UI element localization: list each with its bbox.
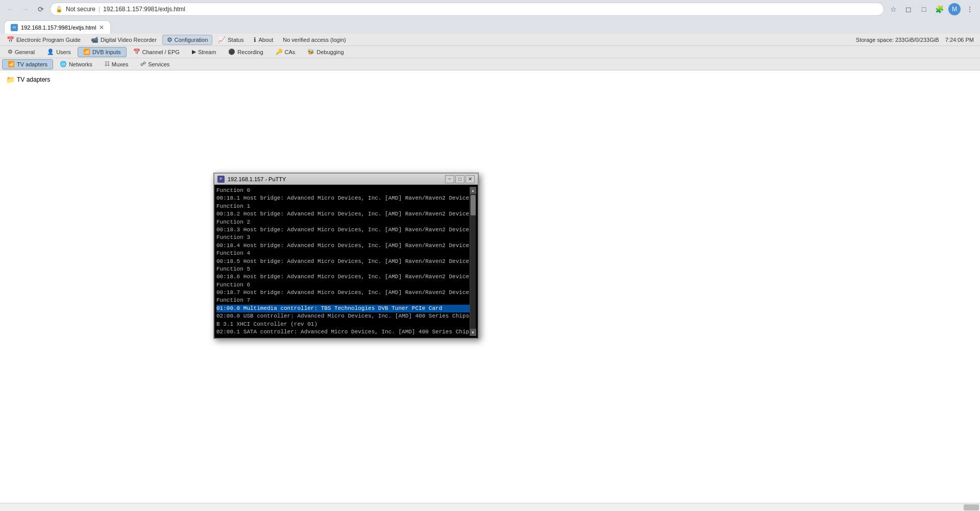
forward-button[interactable]: → [19,3,32,15]
cas-icon: 🔑 [276,48,283,55]
putty-close-button[interactable]: ✕ [465,175,475,183]
nav-debugging[interactable]: 🐝 Debugging [302,47,349,57]
terminal-line: 00:18.4 Host bridge: Advanced Micro Devi… [216,242,470,250]
nav-channel-epg[interactable]: 📅 Channel / EPG [128,47,185,57]
nav-tv-adapters[interactable]: 📶 TV adapters [2,59,53,69]
nav-dvb-inputs[interactable]: 📶 DVB Inputs [78,47,127,57]
putty-window-buttons: − □ ✕ [445,175,475,183]
epg-icon: 📅 [7,36,14,43]
extension-button-2[interactable]: □ [918,3,930,15]
services-icon: ☍ [140,61,146,67]
nav-users[interactable]: 👤 Users [41,47,77,57]
terminal-line: 01:00.0 Multimedia controller: TBS Techn… [216,305,470,312]
terminal-line: 02:00.0 USB controller: Advanced Micro D… [216,312,470,320]
folder-icon: 📁 [6,76,15,84]
terminal-line: Function 2 [216,218,470,226]
status-button[interactable]: 📈 Status [213,35,248,45]
extension-button-1[interactable]: ◻ [902,3,915,15]
tab-close[interactable]: ✕ [99,24,104,31]
terminal-line: Function 4 [216,250,470,257]
terminal-line: B 3.1 XHCI Controller (rev 01) [216,321,470,328]
storage-info: Storage space: 233GiB/0/233GiB 7:24:06 P… [852,37,978,43]
dvb-inputs-icon: 📶 [83,48,90,55]
horizontal-scroll-thumb[interactable] [964,504,979,510]
stream-icon: ▶ [192,48,196,55]
third-navbar: 📶 TV adapters 🌐 Networks ☷ Muxes ☍ Servi… [0,58,980,70]
muxes-icon: ☷ [105,61,110,67]
general-icon: ⚙ [8,48,13,55]
url-text: 192.168.1.157:9981/extjs.html [103,6,185,13]
browser-toolbar: ← → ⟳ 🔓 Not secure | 192.168.1.157:9981/… [0,0,980,18]
networks-icon: 🌐 [60,61,67,67]
terminal-line: 00:18.7 Host bridge: Advanced Micro Devi… [216,289,470,297]
browser-tab[interactable]: H 192.168.1.157:9981/extjs.html ✕ [4,20,111,34]
profile-button[interactable]: M [948,3,961,15]
second-navbar: ⚙ General 👤 Users 📶 DVB Inputs 📅 Channel… [0,46,980,58]
putty-minimize-button[interactable]: − [445,175,454,183]
nav-services[interactable]: ☍ Services [135,59,175,69]
terminal-line: 02:00.1 SATA controller: Advanced Micro … [216,328,470,336]
putty-title-text: 192.168.1.157 - PuTTY [228,176,442,182]
config-icon: ⚙ [167,36,173,43]
nav-stream[interactable]: ▶ Stream [186,47,222,57]
security-label: Not secure [66,6,95,13]
nav-general[interactable]: ⚙ General [2,47,40,57]
extensions-button[interactable]: 🧩 [933,3,945,15]
putty-window: P 192.168.1.157 - PuTTY − □ ✕ Function 0… [213,173,479,339]
nav-recording[interactable]: ⚫ Recording [223,47,268,57]
tv-adapters-icon: 📶 [8,61,15,67]
putty-terminal-content: Function 000:18.1 Host bridge: Advanced … [216,187,470,336]
nav-cas[interactable]: 🔑 CAs [270,47,301,57]
nav-networks[interactable]: 🌐 Networks [54,59,98,69]
terminal-line: Function 7 [216,297,470,304]
terminal-line: Function 5 [216,265,470,273]
terminal-line: 00:18.2 Host bridge: Advanced Micro Devi… [216,210,470,218]
tv-adapters-tree-label: TV adapters [17,76,50,83]
epg-button[interactable]: 📅 Electronic Program Guide [2,35,85,45]
putty-scroll-down[interactable]: ▼ [470,329,476,336]
clock-display: 7:24:06 PM [945,37,974,43]
config-button[interactable]: ⚙ Configuration [162,35,212,45]
terminal-line: 00:18.5 Host bridge: Advanced Micro Devi… [216,258,470,265]
address-bar[interactable]: 🔓 Not secure | 192.168.1.157:9981/extjs.… [50,3,884,16]
recording-icon: ⚫ [228,48,235,55]
debugging-icon: 🐝 [307,48,314,55]
putty-titlebar: P 192.168.1.157 - PuTTY − □ ✕ [214,174,478,185]
about-button[interactable]: ℹ About [249,35,278,45]
url-separator: | [99,6,100,13]
terminal-line: Function 0 [216,187,470,194]
app-topbar: 📅 Electronic Program Guide 📹 Digital Vid… [0,34,980,46]
menu-button[interactable]: ⋮ [964,3,976,15]
about-icon: ℹ [254,36,256,43]
dvr-button[interactable]: 📹 Digital Video Recorder [86,35,161,45]
tab-bar: H 192.168.1.157:9981/extjs.html ✕ [0,18,980,34]
security-icon: 🔓 [56,6,63,13]
terminal-line: 00:18.6 Host bridge: Advanced Micro Devi… [216,273,470,281]
main-content: 📁 TV adapters P 192.168.1.157 - PuTTY − … [0,70,980,509]
putty-scroll-thumb[interactable] [471,195,476,215]
terminal-line: Function 6 [216,281,470,289]
channel-epg-icon: 📅 [133,48,140,55]
dvr-icon: 📹 [91,36,99,43]
putty-terminal[interactable]: Function 000:18.1 Host bridge: Advanced … [214,185,478,338]
login-info[interactable]: No verified access (login) [279,37,350,43]
putty-scroll-up[interactable]: ▲ [470,187,476,194]
terminal-line: 00:18.1 Host bridge: Advanced Micro Devi… [216,194,470,202]
terminal-line: 00:18.3 Host bridge: Advanced Micro Devi… [216,226,470,234]
reload-button[interactable]: ⟳ [35,3,47,15]
tab-favicon: H [11,24,18,31]
terminal-line: Function 1 [216,203,470,210]
browser-chrome: ← → ⟳ 🔓 Not secure | 192.168.1.157:9981/… [0,0,980,34]
bookmark-button[interactable]: ☆ [887,3,899,15]
back-button[interactable]: ← [4,3,16,15]
bottom-scrollbar[interactable] [0,503,980,511]
putty-title-icon: P [217,176,225,183]
tree-item-tv-adapters[interactable]: 📁 TV adapters [4,75,52,85]
putty-maximize-button[interactable]: □ [455,175,464,183]
tab-title: 192.168.1.157:9981/extjs.html [21,25,96,31]
terminal-line: Function 3 [216,234,470,241]
nav-muxes[interactable]: ☷ Muxes [99,59,134,69]
status-icon: 📈 [218,36,226,43]
putty-scrollbar[interactable]: ▲ ▼ [470,187,476,336]
users-icon: 👤 [47,48,54,55]
